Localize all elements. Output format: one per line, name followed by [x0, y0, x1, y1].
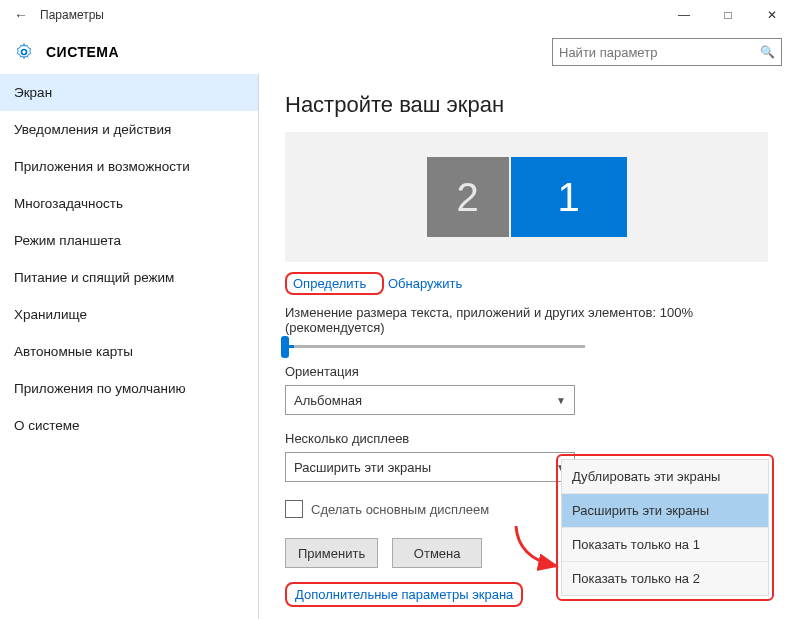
orientation-value: Альбомная: [294, 393, 362, 408]
sidebar-item[interactable]: О системе: [0, 407, 258, 444]
sidebar-item[interactable]: Режим планшета: [0, 222, 258, 259]
scale-slider[interactable]: [285, 345, 585, 348]
svg-point-0: [22, 50, 27, 55]
orientation-label: Ориентация: [285, 364, 768, 379]
section-title: СИСТЕМА: [46, 44, 119, 60]
sidebar: ЭкранУведомления и действияПриложения и …: [0, 74, 258, 619]
multidisplay-select[interactable]: Расширить эти экраны ▼: [285, 452, 575, 482]
close-button[interactable]: ✕: [750, 0, 794, 30]
multidisplay-value: Расширить эти экраны: [294, 460, 431, 475]
sidebar-item[interactable]: Автономные карты: [0, 333, 258, 370]
search-box[interactable]: 🔍: [552, 38, 782, 66]
dropdown-option[interactable]: Показать только на 1: [562, 527, 768, 561]
identify-link[interactable]: Определить: [293, 276, 366, 291]
cancel-button[interactable]: Отмена: [392, 538, 482, 568]
highlight-popup: Дублировать эти экраныРасширить эти экра…: [556, 454, 774, 601]
chevron-down-icon: ▼: [556, 395, 566, 406]
detect-link[interactable]: Обнаружить: [388, 276, 462, 291]
sidebar-item[interactable]: Приложения по умолчанию: [0, 370, 258, 407]
window-title: Параметры: [34, 8, 662, 22]
dropdown-option[interactable]: Расширить эти экраны: [562, 493, 768, 527]
main-pane: Настройте ваш экран 2 1 Определить Обнар…: [259, 74, 794, 619]
make-primary-label: Сделать основным дисплеем: [311, 502, 489, 517]
search-icon: 🔍: [760, 45, 775, 59]
sidebar-item[interactable]: Приложения и возможности: [0, 148, 258, 185]
sidebar-item[interactable]: Питание и спящий режим: [0, 259, 258, 296]
dropdown-option[interactable]: Дублировать эти экраны: [562, 460, 768, 493]
search-input[interactable]: [559, 45, 760, 60]
page-title: Настройте ваш экран: [285, 92, 768, 118]
header: СИСТЕМА 🔍: [0, 30, 794, 74]
minimize-button[interactable]: —: [662, 0, 706, 30]
display-2[interactable]: 2: [427, 157, 509, 237]
sidebar-item[interactable]: Уведомления и действия: [0, 111, 258, 148]
slider-thumb[interactable]: [281, 336, 289, 358]
titlebar: ← Параметры — □ ✕: [0, 0, 794, 30]
multidisplay-dropdown: Дублировать эти экраныРасширить эти экра…: [561, 459, 769, 596]
orientation-select[interactable]: Альбомная ▼: [285, 385, 575, 415]
scale-label: Изменение размера текста, приложений и д…: [285, 305, 768, 335]
display-arrangement[interactable]: 2 1: [285, 132, 768, 262]
make-primary-checkbox[interactable]: [285, 500, 303, 518]
sidebar-item[interactable]: Хранилище: [0, 296, 258, 333]
dropdown-option[interactable]: Показать только на 2: [562, 561, 768, 595]
advanced-display-link[interactable]: Дополнительные параметры экрана: [295, 587, 513, 602]
maximize-button[interactable]: □: [706, 0, 750, 30]
gear-icon: [12, 40, 36, 64]
sidebar-item[interactable]: Многозадачность: [0, 185, 258, 222]
highlight-identify: Определить: [285, 272, 384, 295]
back-button[interactable]: ←: [8, 7, 34, 23]
sidebar-item[interactable]: Экран: [0, 74, 258, 111]
apply-button[interactable]: Применить: [285, 538, 378, 568]
display-1[interactable]: 1: [511, 157, 627, 237]
multidisplay-label: Несколько дисплеев: [285, 431, 768, 446]
highlight-advanced: Дополнительные параметры экрана: [285, 582, 523, 607]
